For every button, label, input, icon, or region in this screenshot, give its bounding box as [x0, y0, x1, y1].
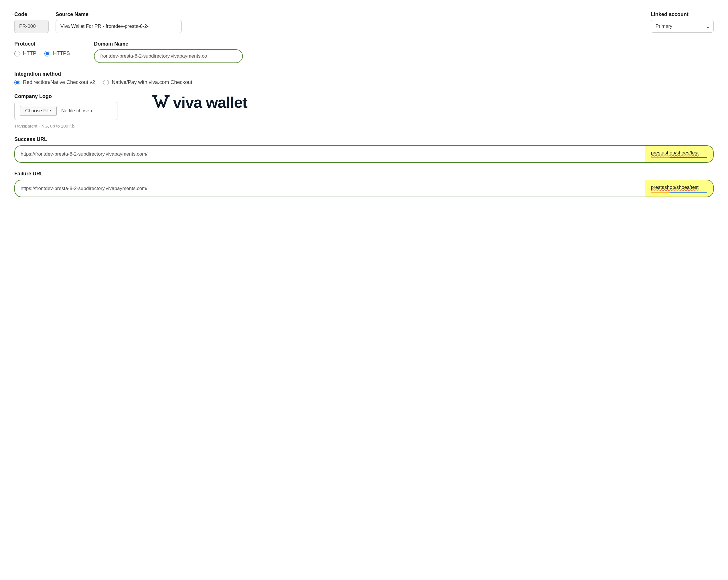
choose-file-button[interactable]: Choose File	[20, 106, 57, 116]
success-url-label: Success URL	[14, 136, 714, 143]
integration-method-group: Integration method Redirection/Native Ch…	[14, 71, 714, 85]
no-file-text: No file chosen	[61, 108, 92, 114]
protocol-radio-row: HTTP HTTPS	[14, 50, 70, 56]
code-label: Code	[14, 11, 49, 18]
integration-label1: Redirection/Native Checkout v2	[23, 79, 95, 85]
source-name-input[interactable]	[56, 20, 182, 33]
row-protocol-domain: Protocol HTTP HTTPS Domain Name	[14, 41, 714, 63]
protocol-https-radio[interactable]	[44, 51, 50, 56]
protocol-label: Protocol	[14, 41, 70, 47]
linked-account-select-wrapper: Primary Secondary ⌄	[651, 20, 714, 33]
failure-url-suffix-text: prestashop/shoes/test	[651, 184, 699, 190]
protocol-http-label: HTTP	[23, 50, 36, 56]
success-url-suffix-container: prestashop/shoes/test	[645, 145, 714, 163]
failure-url-section: Failure URL prestashop/shoes/test	[14, 171, 714, 197]
success-url-suffix-text: prestashop/shoes/test	[651, 150, 699, 156]
company-logo-group: Company Logo Choose File No file chosen	[14, 94, 118, 120]
failure-url-main-input[interactable]	[14, 180, 645, 197]
integration-radio1[interactable]	[14, 80, 20, 85]
source-name-group: Source Name	[56, 11, 182, 33]
protocol-http-option[interactable]: HTTP	[14, 50, 36, 56]
company-logo-section: Company Logo Choose File No file chosen …	[14, 94, 714, 120]
viva-w-icon	[152, 94, 170, 111]
code-group: Code	[14, 11, 49, 33]
linked-account-select[interactable]: Primary Secondary	[651, 20, 714, 33]
failure-url-underline	[651, 192, 707, 193]
success-url-main-input[interactable]	[14, 145, 645, 163]
success-url-input-row: prestashop/shoes/test	[14, 145, 714, 163]
company-logo-label: Company Logo	[14, 94, 118, 99]
success-url-underline	[651, 157, 707, 158]
source-name-label: Source Name	[56, 11, 182, 18]
failure-url-suffix-container: prestashop/shoes/test	[645, 180, 714, 197]
linked-account-group: Linked account Primary Secondary ⌄	[651, 11, 714, 33]
protocol-https-label: HTTPS	[53, 50, 70, 56]
file-input-wrapper: Choose File No file chosen	[14, 102, 118, 120]
code-input[interactable]	[14, 20, 49, 33]
linked-account-label: Linked account	[651, 11, 714, 18]
protocol-group: Protocol HTTP HTTPS	[14, 41, 70, 56]
viva-wallet-logo: viva wallet	[152, 94, 247, 111]
file-hint-text: Transparent PNG, up to 100 Kb	[14, 124, 714, 128]
integration-option1[interactable]: Redirection/Native Checkout v2	[14, 79, 95, 85]
protocol-https-option[interactable]: HTTPS	[44, 50, 70, 56]
domain-name-label: Domain Name	[94, 41, 243, 47]
domain-name-group: Domain Name	[94, 41, 243, 63]
integration-row: Redirection/Native Checkout v2 Native/Pa…	[14, 79, 714, 85]
protocol-http-radio[interactable]	[14, 51, 20, 56]
domain-name-input[interactable]	[94, 49, 243, 63]
integration-radio2[interactable]	[103, 80, 109, 85]
integration-label2: Native/Pay with viva.com Checkout	[112, 79, 192, 85]
failure-url-input-row: prestashop/shoes/test	[14, 180, 714, 197]
integration-option2[interactable]: Native/Pay with viva.com Checkout	[103, 79, 192, 85]
integration-method-label: Integration method	[14, 71, 714, 77]
failure-url-label: Failure URL	[14, 171, 714, 177]
viva-wallet-text: viva wallet	[173, 94, 247, 111]
success-url-section: Success URL prestashop/shoes/test	[14, 136, 714, 163]
row-code-source-linked: Code Source Name Linked account Primary …	[14, 11, 714, 33]
